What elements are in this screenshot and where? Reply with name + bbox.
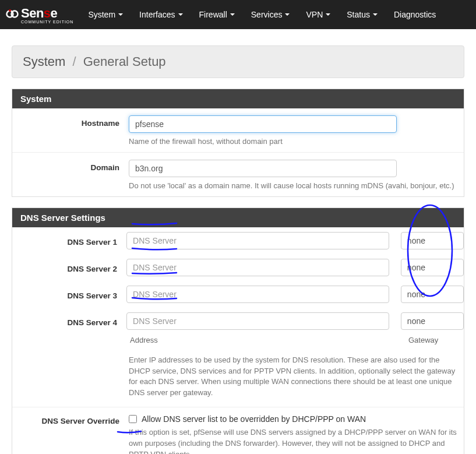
dns1-input[interactable] (126, 232, 389, 249)
chevron-down-icon (178, 13, 183, 16)
nav-status[interactable]: Status (347, 10, 378, 19)
hostname-label: Hostname (12, 115, 129, 147)
chevron-down-icon (118, 13, 123, 16)
hostname-help: Name of the firewall host, without domai… (129, 136, 458, 147)
dns2-label: DNS Server 2 (12, 261, 126, 273)
breadcrumb-root[interactable]: System (23, 54, 65, 69)
breadcrumb-separator: / (72, 54, 76, 69)
dns-panel-heading: DNS Server Settings (12, 208, 464, 227)
chevron-down-icon (326, 13, 330, 16)
dns4-label: DNS Server 4 (12, 315, 126, 327)
dns-override-help: If this option is set, pfSense will use … (129, 427, 458, 454)
domain-help: Do not use 'local' as a domain name. It … (129, 181, 458, 192)
dns2-gateway-select[interactable]: none (401, 259, 464, 276)
dns-address-col-label: Address (129, 336, 408, 344)
dns2-input[interactable] (126, 259, 389, 276)
nav-system[interactable]: System (88, 10, 123, 19)
domain-label: Domain (12, 160, 129, 192)
nav-diagnostics[interactable]: Diagnostics (394, 10, 436, 19)
breadcrumb-current: General Setup (83, 54, 166, 69)
nav-services[interactable]: Services (251, 10, 290, 19)
hostname-input[interactable] (129, 115, 397, 133)
logo-icon (6, 8, 19, 22)
nav-interfaces[interactable]: Interfaces (139, 10, 182, 19)
system-panel-heading: System (12, 89, 464, 108)
dns-override-chk-text: Allow DNS server list to be overridden b… (142, 414, 366, 424)
chevron-down-icon (373, 13, 378, 16)
svg-point-2 (9, 9, 11, 12)
dns-override-label: DNS Server Override (12, 413, 129, 454)
dns4-input[interactable] (126, 312, 389, 330)
dns1-gateway-select[interactable]: none (401, 232, 464, 249)
dns1-label: DNS Server 1 (12, 234, 126, 247)
nav-firewall[interactable]: Firewall (199, 10, 235, 19)
system-panel: System Hostname Name of the firewall hos… (12, 89, 464, 197)
chevron-down-icon (230, 13, 235, 16)
logo-text: Sense (21, 6, 57, 20)
dns-override-checkbox[interactable] (129, 415, 137, 423)
dns-help: Enter IP addresses to be used by the sys… (129, 355, 458, 399)
dns4-gateway-select[interactable]: none (401, 312, 464, 330)
dns3-label: DNS Server 3 (12, 288, 126, 300)
dns3-input[interactable] (126, 286, 389, 303)
top-navbar: Sense COMMUNITY EDITION System Interface… (0, 0, 476, 29)
logo-subtitle: COMMUNITY EDITION (21, 20, 73, 24)
dns3-gateway-select[interactable]: none (401, 286, 464, 303)
breadcrumb: System / General Setup (12, 45, 464, 78)
dns-gateway-col-label: Gateway (408, 336, 438, 344)
logo[interactable]: Sense COMMUNITY EDITION (6, 6, 73, 24)
svg-point-1 (12, 10, 18, 17)
dns-panel: DNS Server Settings DNS Server 1 none DN… (12, 207, 464, 454)
domain-input[interactable] (129, 160, 397, 177)
chevron-down-icon (285, 13, 290, 16)
nav-vpn[interactable]: VPN (306, 10, 330, 19)
